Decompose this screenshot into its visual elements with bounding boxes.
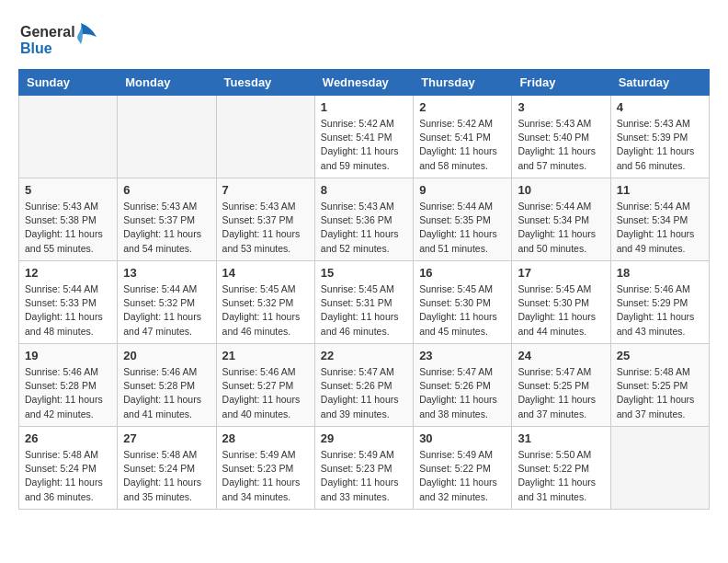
day-number: 2: [419, 100, 506, 114]
cell-info: Sunrise: 5:46 AM Sunset: 5:27 PM Dayligh…: [222, 365, 309, 421]
day-number: 21: [222, 349, 309, 362]
weekday-header-monday: Monday: [118, 70, 216, 96]
weekday-header-friday: Friday: [512, 70, 610, 96]
calendar-cell: 5Sunrise: 5:43 AM Sunset: 5:38 PM Daylig…: [19, 178, 118, 261]
calendar-cell: 3Sunrise: 5:43 AM Sunset: 5:40 PM Daylig…: [512, 96, 610, 178]
weekday-header-thursday: Thursday: [414, 70, 512, 96]
calendar-cell: 27Sunrise: 5:48 AM Sunset: 5:24 PM Dayli…: [118, 427, 216, 510]
calendar-cell: [118, 96, 216, 178]
day-number: 1: [321, 100, 407, 114]
calendar-cell: 31Sunrise: 5:50 AM Sunset: 5:22 PM Dayli…: [512, 427, 610, 510]
cell-info: Sunrise: 5:43 AM Sunset: 5:37 PM Dayligh…: [123, 200, 210, 256]
calendar-cell: 13Sunrise: 5:44 AM Sunset: 5:32 PM Dayli…: [118, 261, 216, 344]
week-row-5: 26Sunrise: 5:48 AM Sunset: 5:24 PM Dayli…: [19, 427, 710, 510]
calendar-cell: 18Sunrise: 5:46 AM Sunset: 5:29 PM Dayli…: [610, 261, 709, 344]
day-number: 31: [518, 431, 604, 445]
weekday-header-saturday: Saturday: [610, 70, 709, 96]
cell-info: Sunrise: 5:45 AM Sunset: 5:31 PM Dayligh…: [321, 282, 407, 339]
day-number: 17: [518, 266, 604, 280]
calendar-cell: 22Sunrise: 5:47 AM Sunset: 5:26 PM Dayli…: [314, 344, 413, 427]
cell-info: Sunrise: 5:48 AM Sunset: 5:24 PM Dayligh…: [25, 448, 111, 504]
calendar-cell: 21Sunrise: 5:46 AM Sunset: 5:27 PM Dayli…: [216, 344, 314, 427]
calendar-cell: 24Sunrise: 5:47 AM Sunset: 5:25 PM Dayli…: [512, 344, 610, 427]
day-number: 30: [419, 431, 506, 445]
cell-info: Sunrise: 5:48 AM Sunset: 5:24 PM Dayligh…: [123, 448, 210, 504]
cell-info: Sunrise: 5:43 AM Sunset: 5:38 PM Dayligh…: [25, 200, 111, 256]
day-number: 6: [123, 183, 210, 197]
calendar-cell: 26Sunrise: 5:48 AM Sunset: 5:24 PM Dayli…: [19, 427, 118, 510]
calendar-table: SundayMondayTuesdayWednesdayThursdayFrid…: [18, 69, 710, 510]
calendar-cell: 23Sunrise: 5:47 AM Sunset: 5:26 PM Dayli…: [414, 344, 512, 427]
cell-info: Sunrise: 5:45 AM Sunset: 5:32 PM Dayligh…: [222, 282, 309, 339]
calendar-cell: 25Sunrise: 5:48 AM Sunset: 5:25 PM Dayli…: [610, 344, 709, 427]
day-number: 5: [25, 183, 111, 197]
cell-info: Sunrise: 5:46 AM Sunset: 5:28 PM Dayligh…: [123, 365, 210, 421]
cell-info: Sunrise: 5:47 AM Sunset: 5:26 PM Dayligh…: [419, 365, 506, 421]
day-number: 27: [123, 431, 210, 445]
day-number: 14: [222, 266, 309, 280]
calendar-cell: 20Sunrise: 5:46 AM Sunset: 5:28 PM Dayli…: [118, 344, 216, 427]
cell-info: Sunrise: 5:44 AM Sunset: 5:33 PM Dayligh…: [25, 282, 111, 339]
cell-info: Sunrise: 5:49 AM Sunset: 5:23 PM Dayligh…: [321, 448, 407, 504]
cell-info: Sunrise: 5:44 AM Sunset: 5:34 PM Dayligh…: [518, 200, 604, 256]
day-number: 16: [419, 266, 506, 280]
calendar-cell: 14Sunrise: 5:45 AM Sunset: 5:32 PM Dayli…: [216, 261, 314, 344]
day-number: 29: [321, 431, 407, 445]
calendar-cell: 16Sunrise: 5:45 AM Sunset: 5:30 PM Dayli…: [414, 261, 512, 344]
day-number: 20: [123, 349, 210, 362]
calendar-cell: 7Sunrise: 5:43 AM Sunset: 5:37 PM Daylig…: [216, 178, 314, 261]
cell-info: Sunrise: 5:43 AM Sunset: 5:39 PM Dayligh…: [617, 117, 703, 173]
cell-info: Sunrise: 5:49 AM Sunset: 5:23 PM Dayligh…: [222, 448, 309, 504]
cell-info: Sunrise: 5:46 AM Sunset: 5:29 PM Dayligh…: [617, 282, 703, 339]
day-number: 11: [617, 183, 703, 197]
calendar-cell: 17Sunrise: 5:45 AM Sunset: 5:30 PM Dayli…: [512, 261, 610, 344]
calendar-cell: 6Sunrise: 5:43 AM Sunset: 5:37 PM Daylig…: [118, 178, 216, 261]
svg-text:Blue: Blue: [20, 40, 52, 56]
calendar-cell: 8Sunrise: 5:43 AM Sunset: 5:36 PM Daylig…: [314, 178, 413, 261]
week-row-1: 1Sunrise: 5:42 AM Sunset: 5:41 PM Daylig…: [19, 96, 710, 178]
calendar-cell: [216, 96, 314, 178]
day-number: 28: [222, 431, 309, 445]
cell-info: Sunrise: 5:42 AM Sunset: 5:41 PM Dayligh…: [419, 117, 506, 173]
day-number: 9: [419, 183, 506, 197]
cell-info: Sunrise: 5:48 AM Sunset: 5:25 PM Dayligh…: [617, 365, 703, 421]
logo-svg: General Blue: [18, 18, 101, 60]
day-number: 19: [25, 349, 111, 362]
cell-info: Sunrise: 5:44 AM Sunset: 5:35 PM Dayligh…: [419, 200, 506, 256]
cell-info: Sunrise: 5:43 AM Sunset: 5:37 PM Dayligh…: [222, 200, 309, 256]
day-number: 22: [321, 349, 407, 362]
calendar-cell: 28Sunrise: 5:49 AM Sunset: 5:23 PM Dayli…: [216, 427, 314, 510]
cell-info: Sunrise: 5:42 AM Sunset: 5:41 PM Dayligh…: [321, 117, 407, 173]
calendar-cell: 19Sunrise: 5:46 AM Sunset: 5:28 PM Dayli…: [19, 344, 118, 427]
cell-info: Sunrise: 5:43 AM Sunset: 5:36 PM Dayligh…: [321, 200, 407, 256]
calendar-cell: 15Sunrise: 5:45 AM Sunset: 5:31 PM Dayli…: [314, 261, 413, 344]
logo: General Blue: [18, 18, 101, 60]
day-number: 13: [123, 266, 210, 280]
calendar-cell: [610, 427, 709, 510]
cell-info: Sunrise: 5:44 AM Sunset: 5:32 PM Dayligh…: [123, 282, 210, 339]
calendar-cell: 12Sunrise: 5:44 AM Sunset: 5:33 PM Dayli…: [19, 261, 118, 344]
calendar-cell: [19, 96, 118, 178]
svg-text:General: General: [20, 24, 75, 40]
week-row-2: 5Sunrise: 5:43 AM Sunset: 5:38 PM Daylig…: [19, 178, 710, 261]
day-number: 15: [321, 266, 407, 280]
calendar-cell: 10Sunrise: 5:44 AM Sunset: 5:34 PM Dayli…: [512, 178, 610, 261]
cell-info: Sunrise: 5:46 AM Sunset: 5:28 PM Dayligh…: [25, 365, 111, 421]
weekday-header-tuesday: Tuesday: [216, 70, 314, 96]
week-row-3: 12Sunrise: 5:44 AM Sunset: 5:33 PM Dayli…: [19, 261, 710, 344]
day-number: 23: [419, 349, 506, 362]
cell-info: Sunrise: 5:45 AM Sunset: 5:30 PM Dayligh…: [518, 282, 604, 339]
calendar-cell: 1Sunrise: 5:42 AM Sunset: 5:41 PM Daylig…: [314, 96, 413, 178]
cell-info: Sunrise: 5:49 AM Sunset: 5:22 PM Dayligh…: [419, 448, 506, 504]
cell-info: Sunrise: 5:50 AM Sunset: 5:22 PM Dayligh…: [518, 448, 604, 504]
page-header: General Blue: [18, 18, 710, 60]
cell-info: Sunrise: 5:43 AM Sunset: 5:40 PM Dayligh…: [518, 117, 604, 173]
cell-info: Sunrise: 5:45 AM Sunset: 5:30 PM Dayligh…: [419, 282, 506, 339]
day-number: 26: [25, 431, 111, 445]
day-number: 12: [25, 266, 111, 280]
calendar-cell: 9Sunrise: 5:44 AM Sunset: 5:35 PM Daylig…: [414, 178, 512, 261]
weekday-header-wednesday: Wednesday: [314, 70, 413, 96]
day-number: 25: [617, 349, 703, 362]
weekday-header-sunday: Sunday: [19, 70, 118, 96]
cell-info: Sunrise: 5:44 AM Sunset: 5:34 PM Dayligh…: [617, 200, 703, 256]
